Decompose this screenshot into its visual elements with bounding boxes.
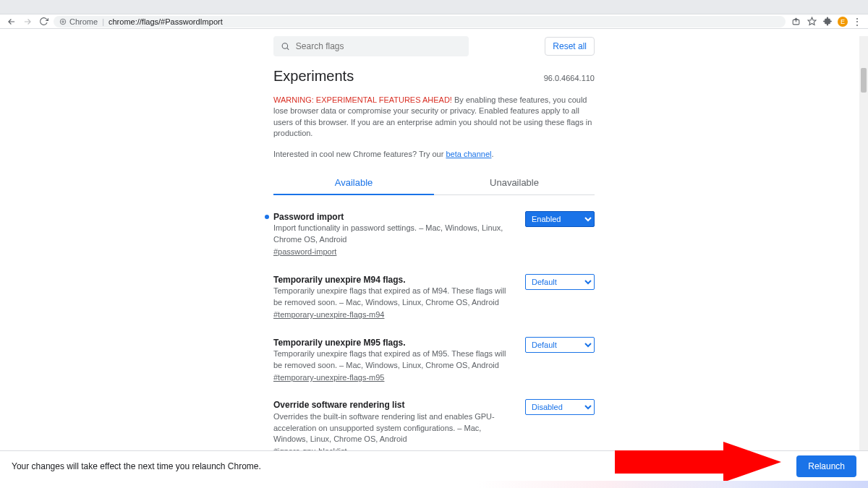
flag-state-select[interactable]: DefaultEnabledDisabled bbox=[525, 337, 595, 353]
flag-anchor-link[interactable]: #password-import bbox=[273, 247, 336, 257]
browser-chip-label: Chrome bbox=[69, 17, 98, 26]
content-column: Experiments 96.0.4664.110 WARNING: EXPER… bbox=[273, 68, 595, 488]
svg-point-1 bbox=[62, 20, 64, 22]
flag-text: Temporarily unexpire M94 flags.Temporari… bbox=[273, 274, 514, 321]
search-flags-box[interactable] bbox=[273, 36, 469, 56]
tab-strip bbox=[0, 0, 868, 14]
svg-point-4 bbox=[282, 43, 287, 48]
flag-state-select[interactable]: DefaultEnabledDisabled bbox=[525, 399, 595, 415]
url-separator: | bbox=[102, 17, 104, 26]
profile-avatar[interactable]: E bbox=[838, 17, 848, 27]
flag-state-select[interactable]: DefaultEnabledDisabled bbox=[525, 211, 595, 227]
forward-button[interactable] bbox=[22, 16, 33, 27]
scrollbar-track[interactable] bbox=[859, 36, 868, 450]
back-button[interactable] bbox=[6, 16, 17, 27]
reset-all-button[interactable]: Reset all bbox=[545, 37, 595, 56]
search-icon bbox=[281, 41, 290, 51]
beta-text: Interested in cool new Chrome features? … bbox=[273, 150, 595, 158]
url-text: chrome://flags/#PasswordImport bbox=[109, 17, 223, 26]
flag-text: Password importImport functionality in p… bbox=[273, 211, 514, 258]
flag-title: Password import bbox=[273, 211, 514, 223]
relaunch-button[interactable]: Relaunch bbox=[796, 455, 856, 477]
svg-marker-6 bbox=[615, 442, 781, 482]
flag-text: Temporarily unexpire M95 flags.Temporari… bbox=[273, 337, 514, 384]
warning-prefix: WARNING: EXPERIMENTAL FEATURES AHEAD! bbox=[273, 95, 452, 104]
share-icon[interactable] bbox=[790, 16, 801, 27]
address-bar[interactable]: Chrome | chrome://flags/#PasswordImport bbox=[54, 16, 786, 27]
flag-state-select[interactable]: DefaultEnabledDisabled bbox=[525, 274, 595, 290]
bottom-gradient bbox=[0, 481, 868, 488]
beta-channel-link[interactable]: beta channel bbox=[446, 150, 491, 158]
flag-anchor-link[interactable]: #temporary-unexpire-flags-m94 bbox=[273, 309, 384, 320]
flag-select-wrap: DefaultEnabledDisabled bbox=[525, 211, 595, 258]
flag-row: Temporarily unexpire M94 flags.Temporari… bbox=[273, 274, 595, 321]
chrome-icon bbox=[59, 18, 67, 25]
annotation-arrow-icon bbox=[615, 442, 781, 482]
extensions-icon[interactable] bbox=[822, 16, 833, 27]
flag-text: Override software rendering listOverride… bbox=[273, 399, 514, 457]
scrollbar-thumb[interactable] bbox=[861, 68, 867, 93]
flag-select-wrap: DefaultEnabledDisabled bbox=[525, 337, 595, 384]
svg-line-5 bbox=[287, 48, 289, 49]
warning-text: WARNING: EXPERIMENTAL FEATURES AHEAD! By… bbox=[273, 95, 595, 140]
flag-description: Temporarily unexpire flags that expired … bbox=[273, 348, 514, 371]
tab-unavailable[interactable]: Unavailable bbox=[434, 171, 595, 195]
flag-anchor-link[interactable]: #temporary-unexpire-flags-m95 bbox=[273, 372, 384, 383]
flag-row: Password importImport functionality in p… bbox=[273, 211, 595, 258]
flag-title: Override software rendering list bbox=[273, 399, 514, 411]
search-flags-input[interactable] bbox=[296, 41, 461, 51]
flag-select-wrap: DefaultEnabledDisabled bbox=[525, 274, 595, 321]
star-icon[interactable] bbox=[806, 16, 817, 27]
flag-row: Override software rendering listOverride… bbox=[273, 399, 595, 457]
svg-point-0 bbox=[60, 19, 66, 25]
modified-dot-icon bbox=[265, 215, 269, 219]
kebab-menu-icon[interactable]: ⋮ bbox=[852, 17, 862, 27]
flag-select-wrap: DefaultEnabledDisabled bbox=[525, 399, 595, 457]
reload-button[interactable] bbox=[38, 16, 49, 27]
flag-title: Temporarily unexpire M95 flags. bbox=[273, 337, 514, 349]
flag-title: Temporarily unexpire M94 flags. bbox=[273, 274, 514, 286]
page-body: Reset all Experiments 96.0.4664.110 WARN… bbox=[0, 36, 868, 488]
flag-description: Import functionality in password setting… bbox=[273, 223, 514, 245]
flag-description: Temporarily unexpire flags that expired … bbox=[273, 286, 514, 308]
browser-toolbar: Chrome | chrome://flags/#PasswordImport … bbox=[0, 14, 868, 29]
tabs: Available Unavailable bbox=[273, 171, 595, 195]
relaunch-message: Your changes will take effect the next t… bbox=[12, 461, 261, 471]
version-label: 96.0.4664.110 bbox=[544, 74, 595, 82]
page-title: Experiments bbox=[273, 68, 354, 85]
flag-description: Overrides the built-in software renderin… bbox=[273, 411, 514, 445]
tab-available[interactable]: Available bbox=[273, 171, 434, 195]
flag-row: Temporarily unexpire M95 flags.Temporari… bbox=[273, 337, 595, 384]
svg-marker-3 bbox=[808, 17, 816, 25]
